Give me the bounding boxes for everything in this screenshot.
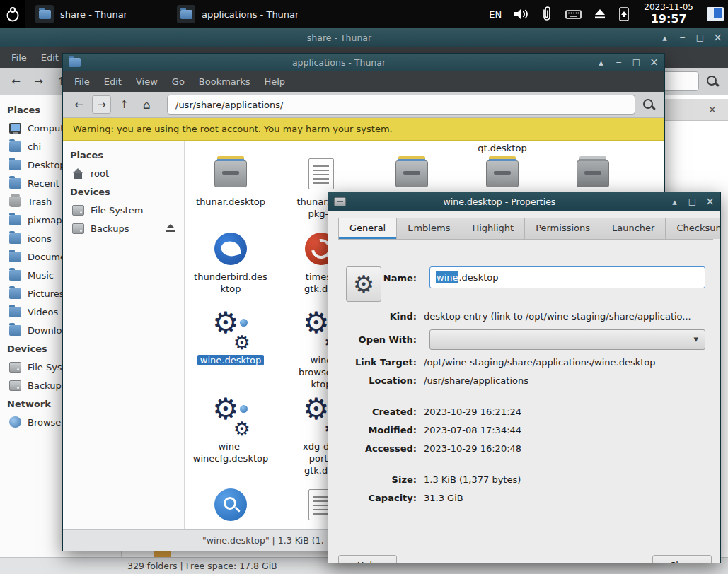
taskbar-button-applications[interactable]: applications - Thunar: [167, 0, 308, 28]
apps-menubar: File Edit View Go Bookmarks Help: [63, 71, 664, 92]
shade-button[interactable]: [669, 196, 681, 208]
tab-launcher[interactable]: Launcher: [601, 218, 666, 239]
share-infobar: [665, 99, 728, 121]
close-button[interactable]: [712, 32, 724, 44]
maximize-button[interactable]: [694, 32, 706, 44]
eject-icon[interactable]: [593, 7, 607, 21]
menu-help[interactable]: Help: [257, 73, 292, 90]
sidebar-item-backups[interactable]: Backups: [63, 219, 184, 238]
forward-button[interactable]: [29, 72, 48, 90]
folder-icon: [9, 141, 21, 152]
keyboard-icon[interactable]: [565, 6, 582, 22]
search-icon: [642, 98, 656, 112]
display-icon[interactable]: [707, 7, 724, 21]
minimize-button[interactable]: [676, 32, 688, 44]
accessed-value: 2023-10-29 16:20:48: [424, 443, 709, 454]
file-item[interactable]: [190, 487, 272, 522]
back-button[interactable]: [6, 72, 25, 90]
thunar-icon: [35, 5, 54, 23]
menu-file[interactable]: File: [4, 49, 34, 66]
capacity-value: 31.3 GiB: [424, 493, 709, 503]
eject-button[interactable]: [166, 224, 175, 233]
close-button[interactable]: [648, 57, 660, 69]
window-title: applications - Thunar: [91, 57, 587, 68]
apps-titlebar[interactable]: applications - Thunar: [63, 54, 664, 71]
computer-icon: [9, 123, 21, 134]
file-icon-button[interactable]: [346, 266, 381, 302]
size-label: Size:: [334, 474, 424, 485]
selected-text: wine: [436, 271, 458, 283]
forward-button[interactable]: [92, 95, 111, 114]
close-dialog-button[interactable]: Close: [652, 555, 712, 563]
file-icon: [334, 197, 346, 206]
sidebar-item-filesystem[interactable]: File System: [63, 201, 184, 219]
shade-button[interactable]: [659, 32, 671, 44]
language-indicator[interactable]: EN: [489, 9, 502, 20]
tab-general[interactable]: General: [338, 218, 397, 239]
tab-checksums[interactable]: Checksums: [666, 218, 721, 239]
search-button[interactable]: [703, 72, 722, 90]
tab-permissions[interactable]: Permissions: [525, 218, 601, 239]
menu-view[interactable]: View: [129, 73, 165, 90]
taskbar-button-share[interactable]: share - Thunar: [25, 0, 167, 28]
close-icon[interactable]: [707, 103, 717, 116]
warning-text: Warning: you are using the root account.…: [73, 124, 393, 134]
folder-icon: [9, 307, 21, 317]
device-upload-icon[interactable]: [618, 6, 630, 22]
share-titlebar[interactable]: share - Thunar: [0, 28, 728, 47]
chevron-down-icon: [693, 334, 698, 344]
created-label: Created:: [334, 406, 424, 417]
shade-button[interactable]: [595, 57, 607, 69]
menu-edit[interactable]: Edit: [97, 73, 129, 90]
sidebar-item-root[interactable]: root: [63, 164, 184, 182]
help-button[interactable]: Help: [338, 555, 397, 563]
drive-icon: [9, 362, 21, 373]
open-with-dropdown[interactable]: [429, 329, 705, 350]
dialog-titlebar[interactable]: wine.desktop - Properties: [328, 192, 720, 211]
menu-go[interactable]: Go: [165, 73, 192, 90]
file-item[interactable]: [371, 156, 453, 192]
menu-bookmarks[interactable]: Bookmarks: [192, 73, 258, 90]
file-cabinet-icon: [395, 160, 428, 187]
file-cabinet-icon: [577, 160, 609, 187]
menu-edit[interactable]: Edit: [34, 49, 66, 66]
file-wine-winecfg[interactable]: wine-winecfg.desktop: [190, 401, 272, 464]
up-button[interactable]: [115, 95, 134, 114]
network-icon: [9, 416, 21, 428]
paperclip-icon[interactable]: [540, 6, 554, 22]
thunar-icon: [69, 58, 81, 67]
drive-icon: [9, 380, 21, 391]
link-target-value: /opt/wine-staging/share/applications/win…: [424, 357, 709, 368]
close-button[interactable]: [704, 196, 716, 208]
panel-time: 19:57: [644, 13, 693, 25]
path-input[interactable]: [167, 95, 635, 115]
root-warning-bar: Warning: you are using the root account.…: [63, 118, 664, 141]
maximize-button[interactable]: [686, 196, 698, 208]
minimize-button[interactable]: [613, 57, 625, 69]
apps-toolbar: [63, 92, 664, 118]
search-icon: [705, 74, 720, 88]
file-wine-desktop-selected[interactable]: wine.desktop: [190, 315, 272, 366]
file-item[interactable]: [461, 156, 543, 192]
maximize-button[interactable]: [630, 57, 642, 69]
applications-menu-button[interactable]: [0, 0, 25, 28]
tab-highlight[interactable]: Highlight: [461, 218, 525, 239]
menu-file[interactable]: File: [67, 73, 97, 90]
trash-icon: [9, 197, 21, 207]
name-input[interactable]: wine.desktop: [429, 266, 705, 288]
file-thunar-desktop[interactable]: thunar.desktop: [190, 156, 272, 208]
volume-icon[interactable]: [512, 6, 529, 22]
file-thunderbird-desktop[interactable]: thunderbird.desktop: [190, 231, 272, 295]
thunderbird-icon: [214, 233, 247, 265]
home-button[interactable]: [137, 95, 156, 114]
distro-logo-icon: [4, 5, 22, 23]
file-item[interactable]: [552, 156, 634, 192]
file-qt-desktop[interactable]: qt.desktop: [461, 141, 543, 154]
search-button[interactable]: [639, 95, 658, 114]
location-value: /usr/share/applications: [424, 375, 709, 386]
text-file-icon: [308, 158, 334, 189]
clock[interactable]: 2023-11-05 19:57: [641, 3, 696, 25]
link-target-label: Link Target:: [334, 357, 424, 368]
back-button[interactable]: [69, 95, 88, 114]
tab-emblems[interactable]: Emblems: [397, 218, 461, 239]
